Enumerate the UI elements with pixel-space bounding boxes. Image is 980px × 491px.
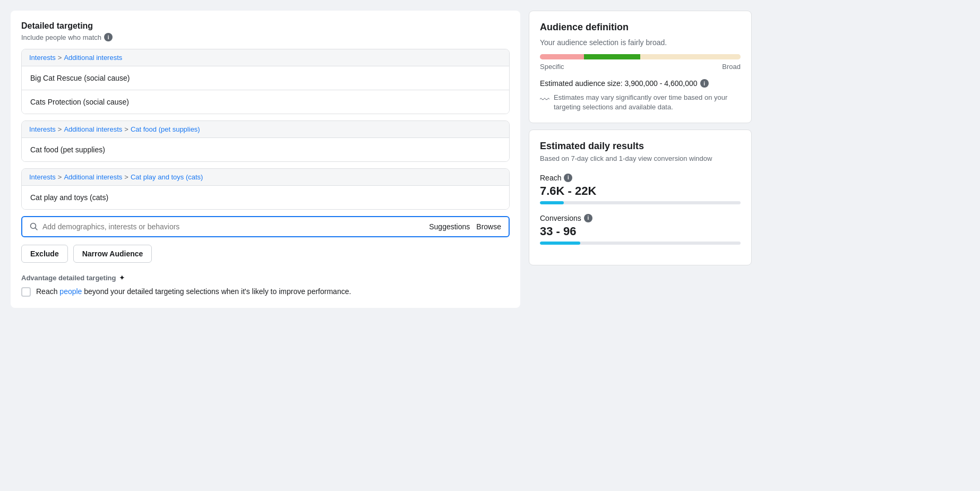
breadcrumb-sep: > — [58, 173, 62, 181]
breadcrumb-interests-3[interactable]: Interests — [29, 173, 56, 181]
conversions-bar-track — [540, 242, 741, 245]
meter-labels: Specific Broad — [540, 63, 741, 71]
list-item: Cat food (pet supplies) — [22, 137, 509, 161]
audience-info-icon[interactable]: i — [700, 79, 709, 88]
breadcrumb-additional-interests-1[interactable]: Additional interests — [64, 54, 122, 62]
conversions-bar-fill — [540, 242, 580, 245]
estimates-note: 〰 Estimates may vary significantly over … — [540, 93, 741, 112]
browse-button[interactable]: Browse — [476, 222, 501, 231]
reach-bar-fill — [540, 201, 564, 204]
left-panel: Detailed targeting Include people who ma… — [11, 11, 520, 308]
targeting-group-3: Interests > Additional interests > Cat p… — [21, 168, 510, 210]
breadcrumb-cat-play[interactable]: Cat play and toys (cats) — [131, 173, 203, 181]
page-wrapper: Detailed targeting Include people who ma… — [0, 0, 980, 491]
sparkle-icon: ✦ — [119, 273, 125, 282]
results-title: Estimated daily results — [540, 141, 741, 152]
breadcrumb-row-1: Interests > Additional interests — [22, 49, 509, 66]
meter-segment-green — [584, 54, 640, 59]
advantage-checkbox[interactable] — [21, 287, 31, 297]
breadcrumb-additional-interests-3[interactable]: Additional interests — [64, 173, 122, 181]
meter-label-specific: Specific — [540, 63, 564, 71]
suggestions-button[interactable]: Suggestions — [429, 222, 470, 231]
wave-icon: 〰 — [540, 93, 549, 107]
audience-meter — [540, 54, 741, 59]
audience-card-title: Audience definition — [540, 22, 741, 33]
breadcrumb-row-2: Interests > Additional interests > Cat f… — [22, 121, 509, 137]
breadcrumb-interests-2[interactable]: Interests — [29, 125, 56, 133]
breadcrumb-additional-interests-2[interactable]: Additional interests — [64, 125, 122, 133]
targeting-group-1: Interests > Additional interests Big Cat… — [21, 49, 510, 114]
list-item: Cats Protection (social cause) — [22, 90, 509, 114]
breadcrumb-sep: > — [124, 125, 128, 133]
estimated-results-card: Estimated daily results Based on 7-day c… — [529, 130, 752, 265]
advantage-title: Advantage detailed targeting — [21, 274, 116, 282]
meter-segment-yellow — [640, 54, 741, 59]
reach-info-icon[interactable]: i — [564, 174, 572, 182]
conversions-label: Conversions i — [540, 214, 741, 222]
section-subtitle: Include people who match i — [21, 33, 510, 41]
breadcrumb-sep: > — [58, 125, 62, 133]
advantage-title-row: Advantage detailed targeting ✦ — [21, 273, 510, 282]
info-icon[interactable]: i — [104, 33, 113, 41]
breadcrumb-sep: > — [124, 173, 128, 181]
search-icon — [30, 222, 38, 231]
estimates-note-text: Estimates may vary significantly over ti… — [554, 93, 741, 112]
breadcrumb-interests-1[interactable]: Interests — [29, 54, 56, 62]
reach-value: 7.6K - 22K — [540, 184, 741, 198]
audience-card-subtitle: Your audience selection is fairly broad. — [540, 38, 741, 47]
advantage-checkbox-row: Reach people beyond your detailed target… — [21, 286, 510, 297]
section-title: Detailed targeting — [21, 21, 510, 31]
targeting-group-2: Interests > Additional interests > Cat f… — [21, 120, 510, 162]
reach-label: Reach i — [540, 174, 741, 182]
search-box: Suggestions Browse — [21, 216, 510, 237]
audience-size-text: Estimated audience size: 3,900,000 - 4,6… — [540, 79, 698, 88]
list-item: Cat play and toys (cats) — [22, 185, 509, 209]
advantage-text: Reach people beyond your detailed target… — [36, 286, 351, 297]
audience-size-row: Estimated audience size: 3,900,000 - 4,6… — [540, 79, 741, 88]
results-subtitle: Based on 7-day click and 1-day view conv… — [540, 154, 741, 163]
narrow-audience-button[interactable]: Narrow Audience — [73, 245, 152, 263]
right-panel: Audience definition Your audience select… — [529, 11, 752, 265]
search-input[interactable] — [42, 222, 425, 231]
audience-definition-card: Audience definition Your audience select… — [529, 11, 752, 123]
breadcrumb-cat-food[interactable]: Cat food (pet supplies) — [131, 125, 200, 133]
conversions-info-icon[interactable]: i — [584, 214, 592, 222]
action-button-row: Exclude Narrow Audience — [21, 245, 510, 263]
advantage-people-link[interactable]: people — [59, 287, 82, 296]
meter-segment-red — [540, 54, 584, 59]
meter-label-broad: Broad — [722, 63, 741, 71]
breadcrumb-row-3: Interests > Additional interests > Cat p… — [22, 169, 509, 185]
breadcrumb-sep: > — [58, 54, 62, 62]
conversions-value: 33 - 96 — [540, 225, 741, 238]
exclude-button[interactable]: Exclude — [21, 245, 68, 263]
advantage-section: Advantage detailed targeting ✦ Reach peo… — [21, 273, 510, 297]
list-item: Big Cat Rescue (social cause) — [22, 66, 509, 90]
search-actions: Suggestions Browse — [429, 222, 501, 231]
reach-bar-track — [540, 201, 741, 204]
